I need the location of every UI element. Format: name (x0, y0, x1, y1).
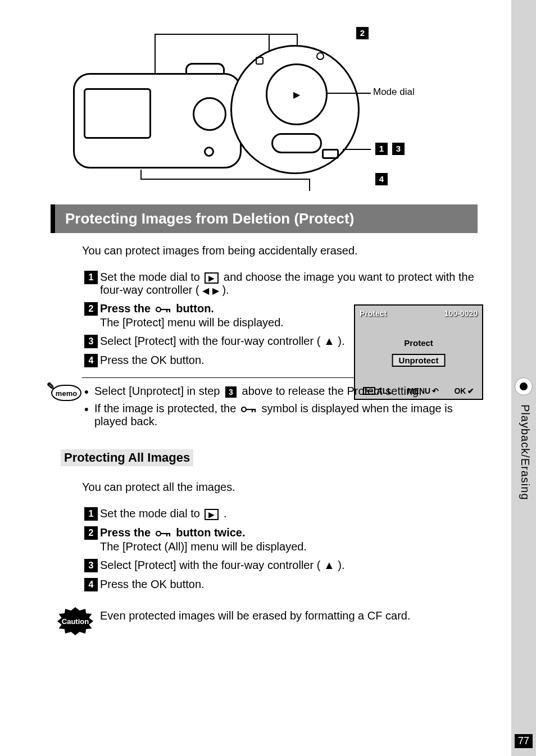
step-b2-a: Press the (100, 526, 154, 539)
diagram-callout-1-3: 1 3 (373, 143, 407, 155)
step-4-text: Press the OK button. (100, 354, 353, 367)
diagram-mode-dial-label: Mode dial (373, 86, 415, 98)
memo-1b: above to release the Protect setting. (242, 385, 422, 397)
step-number: 4 (84, 578, 98, 591)
caution-text: Even protected images will be erased by … (100, 607, 478, 622)
memo-item-2: If the image is protected, the symbol is… (82, 402, 478, 428)
ok-button-zoom (322, 149, 339, 159)
camera-lcd (84, 88, 151, 139)
camera-diagram: 2 Mode dial 1 3 4 (73, 28, 500, 197)
diagram-callout-4: 4 (373, 173, 390, 185)
lcd-option-protect: Protect (404, 338, 433, 348)
protect-button-icon (256, 57, 264, 65)
diagram-zoom-circle (230, 45, 360, 174)
page-number: 77 (515, 734, 533, 748)
leader-line (309, 179, 310, 191)
step-b2-b: button twice. (176, 526, 245, 539)
section-indicator-dot (515, 377, 533, 395)
step-b2-sub: The [Protect (All)] menu will be display… (100, 540, 478, 553)
step-number: 4 (84, 354, 98, 367)
memo-1a: Select [Unprotect] in step (94, 385, 223, 397)
step-b1: 1 Set the mode dial to ▶ . (82, 507, 478, 521)
step-3-text: Select [Protect] with the four-way contr… (100, 335, 353, 348)
step-number: 3 (84, 559, 98, 572)
mode-dial-text: Mode dial (373, 86, 415, 98)
four-way-controller-zoom (271, 133, 322, 153)
callout-number: 2 (356, 27, 369, 39)
sub-heading: Protecting All Images (61, 449, 193, 466)
step-number: 1 (84, 507, 98, 521)
caution-label: Caution (57, 607, 93, 635)
leader-line (326, 93, 371, 94)
svg-point-0 (156, 307, 161, 312)
camera-mode-dial (193, 97, 226, 131)
caution-badge: Caution (51, 607, 100, 635)
step-b3-text: Select [Protect] with the four-way contr… (100, 559, 478, 572)
step-b2: 2 Press the button twice. The [Protect (… (82, 526, 478, 553)
intro2-text: You can protect all the images. (82, 481, 478, 494)
leader-line (297, 34, 298, 46)
left-arrow-icon: ◀ (202, 285, 209, 296)
step-number: 3 (84, 335, 98, 348)
page-content: 2 Mode dial 1 3 4 Protecting Images from… (51, 28, 478, 635)
right-arrow-icon: ▶ (212, 285, 219, 296)
diagram-callout-2: 2 (354, 27, 371, 39)
step-number: 1 (84, 271, 98, 284)
svg-point-8 (242, 407, 246, 412)
step-2-sub: The [Protect] menu will be displayed. (100, 316, 353, 329)
memo-2a: If the image is protected, the (94, 402, 239, 415)
step-2-text-a: Press the (100, 302, 154, 315)
leader-line (155, 34, 156, 73)
caution-block: Caution Even protected images will be er… (51, 607, 478, 635)
step-b4: 4 Press the OK button. (82, 578, 478, 591)
section-heading: Protecting Images from Deletion (Protect… (51, 204, 478, 233)
memo-label: memo (51, 385, 81, 401)
memo-item-1: Select [Unprotect] in step 3 above to re… (82, 385, 478, 398)
step-2-text-b: button. (176, 302, 214, 315)
leader-line (140, 179, 310, 180)
section-tab-label: Playback/Erasing (519, 404, 532, 500)
camera-body-outline (73, 73, 242, 168)
step-b4-text: Press the OK button. (100, 578, 478, 591)
lcd-image-id: 100-0020 (444, 309, 478, 318)
protect-key-icon (241, 406, 257, 413)
small-button-icon (316, 52, 324, 60)
playback-mode-icon: ▶ (205, 509, 219, 520)
step-1: 1 Set the mode dial to ▶ and choose the … (82, 271, 478, 297)
manual-page: Playback/Erasing 77 (0, 0, 536, 756)
step-1-text-c: ). (222, 284, 229, 296)
memo-badge: memo (51, 385, 82, 432)
svg-point-12 (156, 531, 161, 536)
leader-line (343, 149, 371, 150)
step-1-text-a: Set the mode dial to (100, 271, 203, 283)
callout-number: 1 (375, 143, 388, 155)
memo-block: memo Select [Unprotect] in step 3 above … (51, 385, 478, 432)
step-b1-b: . (224, 507, 227, 520)
leader-line (269, 34, 270, 52)
memo-list: Select [Unprotect] in step 3 above to re… (82, 385, 478, 432)
step-number: 2 (84, 302, 98, 316)
step-number: 2 (84, 526, 98, 540)
leader-line (155, 34, 298, 35)
playback-mode-icon: ▶ (205, 272, 219, 284)
callout-number: 3 (392, 143, 405, 155)
inline-step-ref: 3 (225, 386, 237, 398)
mode-dial-zoom (266, 63, 328, 125)
step-b3: 3 Select [Protect] with the four-way con… (82, 559, 478, 572)
protect-key-icon (156, 530, 171, 538)
camera-ok-button (204, 147, 214, 157)
protect-key-icon (156, 306, 171, 313)
lcd-option-unprotect-selected: Unprotect (392, 354, 446, 367)
leader-line (140, 170, 142, 180)
intro-text: You can protect images from being accide… (82, 244, 478, 257)
steps-list-b: 1 Set the mode dial to ▶ . 2 Press the b… (82, 507, 478, 591)
lcd-title: Protect (360, 309, 387, 318)
step-b1-a: Set the mode dial to (100, 507, 203, 520)
callout-number: 4 (375, 173, 388, 185)
